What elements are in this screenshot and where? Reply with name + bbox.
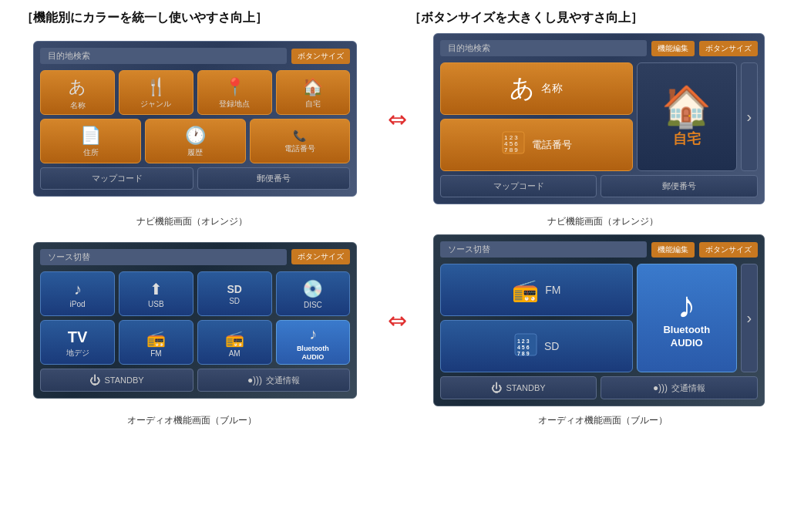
- nav-btn-history[interactable]: 🕐 履歴: [145, 119, 246, 163]
- audio-big-bt[interactable]: ♪ BluetoothAUDIO: [637, 264, 737, 372]
- audio-big-screen: ソース切替 機能編集 ボタンサイズ 📻 FM: [433, 234, 765, 406]
- audio-btn-ipod[interactable]: ♪ iPod: [40, 271, 115, 316]
- nav-small-caption: ナビ機能画面（オレンジ）: [9, 215, 374, 228]
- nav-big-size-btn[interactable]: ボタンサイズ: [699, 41, 758, 56]
- audio-standby-btn[interactable]: ⏻ STANDBY: [40, 369, 193, 392]
- tv-label: 地デジ: [66, 348, 89, 359]
- big-sd-icon: 1 2 3 4 5 6 7 8 9: [513, 332, 538, 361]
- nav-small-label: 目的地検索: [40, 48, 287, 64]
- nav-big-btn-phone[interactable]: 1 2 3 4 5 6 7 8 9 電話番号: [440, 119, 633, 171]
- nav-big-screen: 目的地検索 機能編集 ボタンサイズ あ 名称: [433, 33, 765, 204]
- nav-big-mapcode-btn[interactable]: マップコード: [440, 175, 597, 197]
- nav-btn-home-label: 自宅: [305, 99, 321, 109]
- nav-btn-home[interactable]: 🏠 自宅: [276, 70, 351, 115]
- nav-btn-phone-label: 電話番号: [284, 143, 315, 154]
- ipod-label: iPod: [70, 300, 86, 308]
- nav-big-caption: ナビ機能画面（オレンジ）: [420, 215, 785, 228]
- svg-text:7 8 9: 7 8 9: [517, 351, 530, 356]
- svg-text:1 2 3: 1 2 3: [517, 338, 530, 344]
- nav-btn-address[interactable]: 📄 住所: [40, 119, 141, 163]
- bt-icon: ♪: [309, 325, 317, 343]
- audio-big-traffic-btn[interactable]: ●))) 交通情報: [601, 376, 758, 399]
- nav-btn-address-label: 住所: [83, 147, 99, 158]
- audio-btn-fm[interactable]: 📻 FM: [119, 320, 193, 365]
- audio-big-sd[interactable]: 1 2 3 4 5 6 7 8 9 SD: [440, 320, 633, 372]
- big-phone-label: 電話番号: [532, 138, 572, 152]
- nav-mapcode-btn[interactable]: マップコード: [40, 167, 193, 190]
- nav-btn-landmark-label: 登録地点: [219, 99, 250, 109]
- bt-label: BluetoothAUDIO: [297, 345, 329, 362]
- audio-btn-usb[interactable]: ⬆ USB: [119, 271, 193, 316]
- nav-big-label: 目的地検索: [440, 40, 647, 56]
- nav-small-btn-size[interactable]: ボタンサイズ: [291, 49, 350, 64]
- audio-small-screen: ソース切替 ボタンサイズ ♪ iPod ⬆ USB SD SD: [33, 242, 357, 399]
- big-name-icon: あ: [510, 72, 535, 106]
- audio-big-caption: オーディオ機能画面（ブルー）: [420, 414, 785, 427]
- am-icon: 📻: [225, 329, 244, 348]
- audio-big-standby-btn[interactable]: ⏻ STANDBY: [440, 376, 597, 399]
- nav-btn-genre-label: ジャンル: [140, 99, 171, 109]
- audio-btn-bt[interactable]: ♪ BluetoothAUDIO: [276, 320, 351, 365]
- nav-big-feature-btn[interactable]: 機能編集: [651, 41, 695, 56]
- audio-small-row1: ♪ iPod ⬆ USB SD SD 💿 DISC: [40, 271, 350, 316]
- nav-big-btn-name[interactable]: あ 名称: [440, 62, 633, 115]
- nav-small-screen: 目的地検索 ボタンサイズ あ 名称 🍴 ジャンル 📍 登録地点: [33, 41, 357, 197]
- audio-small-bottom: ⏻ STANDBY ●))) 交通情報: [40, 369, 350, 392]
- big-fm-label: FM: [545, 284, 560, 296]
- arrow-bottom: ⇔: [382, 307, 413, 334]
- phone-icon: 📞: [293, 130, 306, 142]
- big-sd-label: SD: [544, 340, 559, 352]
- big-phone-icon: 1 2 3 4 5 6 7 8 9: [501, 130, 526, 160]
- standby-label: STANDBY: [104, 375, 143, 385]
- fm-label: FM: [150, 349, 161, 358]
- big-traffic-label: 交通情報: [671, 382, 705, 394]
- big-power-icon: ⏻: [491, 382, 502, 394]
- traffic-label: 交通情報: [266, 375, 300, 386]
- nav-big-chevron[interactable]: ›: [741, 62, 758, 171]
- nav-btn-phone[interactable]: 📞 電話番号: [250, 119, 351, 163]
- audio-traffic-btn[interactable]: ●))) 交通情報: [197, 369, 351, 392]
- nav-btn-landmark[interactable]: 📍 登録地点: [197, 70, 272, 115]
- audio-big-label: ソース切替: [440, 241, 647, 258]
- audio-small-btn-size[interactable]: ボタンサイズ: [291, 249, 350, 264]
- audio-big-size-btn[interactable]: ボタンサイズ: [699, 242, 758, 258]
- big-standby-label: STANDBY: [506, 383, 545, 392]
- audio-btn-tv[interactable]: TV 地デジ: [40, 320, 115, 365]
- tv-icon: TV: [68, 328, 88, 346]
- audio-btn-disc[interactable]: 💿 DISC: [276, 271, 351, 316]
- nav-btn-name-label: 名称: [70, 100, 86, 111]
- landmark-icon: 📍: [224, 77, 245, 97]
- sd-icon: SD: [227, 283, 241, 295]
- usb-label: USB: [148, 300, 164, 308]
- audio-small-label: ソース切替: [40, 249, 287, 265]
- address-icon: 📄: [80, 126, 101, 146]
- nav-small-row2: 📄 住所 🕐 履歴 📞 電話番号: [40, 119, 350, 163]
- big-fm-icon: 📻: [512, 278, 539, 303]
- genre-icon: 🍴: [146, 77, 167, 97]
- home-icon: 🏠: [302, 77, 323, 97]
- big-bt-icon: ♪: [678, 287, 696, 324]
- audio-small-row2: TV 地デジ 📻 FM 📻 AM ♪ BluetoothAUDIO: [40, 320, 350, 365]
- audio-big-chevron[interactable]: ›: [741, 264, 758, 372]
- traffic-icon: ●))): [247, 375, 262, 386]
- audio-big-fm[interactable]: 📻 FM: [440, 264, 633, 316]
- nav-btn-genre[interactable]: 🍴 ジャンル: [119, 70, 193, 115]
- left-title: ［機能別にカラーを統一し使いやすさ向上］: [9, 6, 397, 30]
- nav-big-bottom: マップコード 郵便番号: [440, 175, 758, 197]
- disc-label: DISC: [304, 301, 322, 309]
- nav-btn-name[interactable]: あ 名称: [40, 70, 115, 115]
- history-icon: 🕐: [185, 126, 206, 146]
- audio-btn-sd[interactable]: SD SD: [197, 271, 272, 316]
- nav-big-btn-home[interactable]: 🏠 自宅: [637, 62, 737, 171]
- nav-zip-btn[interactable]: 郵便番号: [197, 167, 351, 190]
- nav-small-row1: あ 名称 🍴 ジャンル 📍 登録地点 🏠 自宅: [40, 70, 350, 115]
- usb-icon: ⬆: [150, 280, 163, 298]
- name-icon: あ: [69, 76, 86, 99]
- svg-text:4 5 6: 4 5 6: [517, 345, 530, 350]
- audio-btn-am[interactable]: 📻 AM: [197, 320, 272, 365]
- nav-small-bottom: マップコード 郵便番号: [40, 167, 350, 190]
- nav-big-zip-btn[interactable]: 郵便番号: [601, 175, 758, 197]
- fm-icon: 📻: [146, 329, 166, 348]
- audio-big-feature-btn[interactable]: 機能編集: [651, 242, 695, 258]
- sd-label: SD: [229, 297, 240, 305]
